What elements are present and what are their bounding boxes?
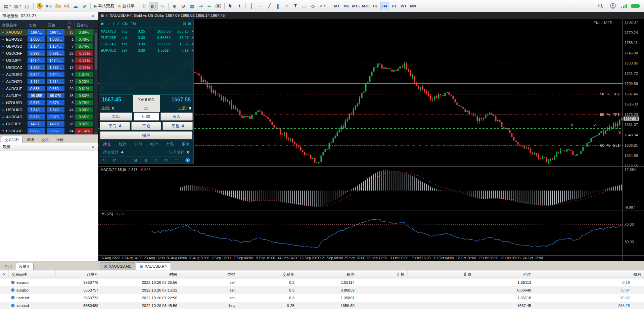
navigator-body[interactable] (0, 151, 98, 261)
trade-history-row-usdcad[interactable]: usdcad55537732022.10.26 07:22:56sell0.31… (0, 294, 644, 302)
window-layout-icon[interactable]: ◫ (23, 2, 31, 10)
line-chart-icon[interactable]: ∿ (158, 2, 166, 10)
timeframe-m30[interactable]: M30 (361, 2, 370, 10)
timeframe-m1[interactable]: M1 (332, 2, 341, 10)
toolbox-column-8[interactable]: 价位 (474, 270, 534, 278)
panel-tab-订单[interactable]: 订单 (131, 142, 146, 147)
panel-play-icon[interactable]: ▶ (101, 21, 104, 26)
refresh-icon[interactable]: ↻ (102, 158, 106, 163)
autoscroll-icon[interactable]: ⇥ (197, 2, 205, 10)
cancel-orders-button[interactable]: 撤单 (100, 131, 192, 139)
market-row-audusd[interactable]: ▲AUDUSD0.644...0.644...61.01% (0, 71, 94, 78)
mw-tab-交易品种[interactable]: 交易品种 (1, 136, 22, 143)
close-winning-button[interactable]: 平盈_4 (163, 122, 193, 130)
market-row-gbpusd[interactable]: ▲GBPUSD1.154...1.154...70.74% (0, 43, 94, 50)
market-row-audcad[interactable]: ▲AUDCAD0.875...0.875...190.65% (0, 113, 94, 120)
new-chart-icon[interactable]: ▤▾ (3, 2, 12, 10)
bars-chart-icon[interactable]: ||| (140, 2, 148, 10)
panel-download-icon[interactable]: ↓ (107, 22, 109, 26)
nav-tab-常用[interactable]: 常用 (1, 263, 15, 270)
crosshair-icon[interactable]: + (235, 2, 243, 10)
timeframe-w1[interactable]: W1 (399, 2, 408, 10)
profiles-menu-icon[interactable]: ▥▾ (13, 2, 22, 10)
cursor-icon[interactable] (227, 2, 235, 10)
toolbox-column-6[interactable]: 止损 (357, 270, 408, 278)
rsi-panel[interactable]: RSI(25)56.71 70.0030.00 (98, 211, 644, 255)
chart-tab-xauusd-h4[interactable]: ▦XAUUSD,H4 (136, 262, 171, 270)
sl-value[interactable]: 0 (112, 106, 114, 110)
connection-signal-icon[interactable] (621, 3, 627, 8)
tp-value[interactable]: 0 (189, 106, 191, 110)
close-position-icon[interactable]: x (190, 36, 195, 39)
market-row-usdchf[interactable]: ▼USDCHF0.990...0.991...22-0.38% (0, 50, 94, 57)
list-icon[interactable]: ▥ (144, 158, 147, 163)
shapes-icon[interactable]: ◇ (309, 2, 317, 10)
fibonacci-icon[interactable]: ≡ (283, 2, 291, 10)
close-window-icon[interactable]: ⊠ (134, 158, 137, 163)
market-row-audnzd[interactable]: ▲AUDNZD1.114...1.114...220.23% (0, 78, 94, 85)
arrows-icon[interactable]: ↗▾ (318, 2, 327, 10)
line-marker-S[interactable]: S (618, 130, 621, 134)
toolbox-column-4[interactable]: 交易量 (238, 270, 297, 278)
transfer-icon[interactable]: ⇆ (165, 158, 168, 163)
candles-chart-icon[interactable]: ▮▯ (149, 2, 157, 10)
toolbox-column-1[interactable]: 订单号 (56, 270, 101, 278)
panel-tab-市场[interactable]: 市场 (162, 142, 178, 147)
candlestick-chart[interactable]: Elan_MT5 ▶↓12CNEN ⊡⊠ XAUUSDbuy0.251656.8… (98, 19, 623, 166)
mw-tab-报价[interactable]: 报价 (53, 136, 67, 143)
channel-icon[interactable]: ∥ (274, 2, 282, 10)
close-position-icon[interactable]: x (190, 42, 195, 46)
new-order-button[interactable]: ▣新订单 (116, 2, 136, 10)
zoom-out-icon[interactable]: ⊖ (179, 2, 187, 10)
toolbox-column-3[interactable]: 类型 (180, 270, 238, 278)
panel-page1-button[interactable]: 1 (112, 22, 114, 26)
zoom-in-icon[interactable]: ⊕ (171, 2, 179, 10)
community-icon[interactable]: ⊕ (80, 2, 88, 10)
close-icon[interactable]: ✕ (90, 145, 96, 149)
panel-position-euraud[interactable]: EURAUDsell0.301.551140.19x (99, 47, 193, 53)
line-marker-✓[interactable]: ✓ (593, 123, 596, 128)
panel-position-xauusd[interactable]: XAUUSDbuy0.251656.80266.25x (99, 28, 193, 34)
cloud-icon[interactable]: ☁ (72, 2, 80, 10)
info-icon[interactable]: i (185, 158, 190, 163)
undo-icon[interactable]: ↺ (154, 158, 158, 163)
folder-icon[interactable] (54, 2, 62, 10)
search-icon[interactable] (597, 2, 605, 10)
timeframe-h4[interactable]: H4 (380, 2, 389, 10)
vline-icon[interactable]: │ (248, 2, 256, 10)
close-position-icon[interactable]: x (190, 48, 195, 52)
panel-position-eurgbp[interactable]: EURGBPsell0.300.8685973.07x (99, 34, 193, 41)
trade-history-row-euraud[interactable]: euraud55537782022.10.26 07:25:56sell0.31… (0, 278, 644, 286)
chart-tab-xauusd-h1[interactable]: ▦XAUUSD,H1 (100, 262, 135, 270)
trendline-icon[interactable]: ╱ (265, 2, 273, 10)
market-row-eurgbp[interactable]: ▼EURGBP0.866...0.866...14-0.34% (0, 127, 94, 134)
panel-tab-跟单[interactable]: 跟单 (178, 142, 193, 147)
toolbox-close-button[interactable]: ✕ (0, 270, 9, 278)
close-all-button[interactable]: 平仓 (131, 122, 162, 130)
ide-button[interactable]: IDE (45, 2, 53, 10)
panel-position-usdcad[interactable]: USDCADsell0.301.3580719.67x (99, 41, 193, 47)
toolbox-column-7[interactable]: 止盈 (408, 270, 474, 278)
trade-history-row-xauusd[interactable]: xauusd55534892022.10.26 03:45:56buy0.251… (0, 302, 644, 309)
deposit-icon[interactable]: $ (36, 2, 44, 10)
panel-close-icon[interactable]: ⊠ (188, 21, 191, 26)
timeframe-m15[interactable]: M15 (351, 2, 361, 10)
time-axis[interactable]: 16 Aug 202219 Aug 04:0023 Aug 16:0026 Au… (98, 256, 623, 261)
timeframe-m5[interactable]: M5 (342, 2, 351, 10)
minimize-icon[interactable]: ▭ (175, 158, 178, 163)
panel-settings-icon[interactable]: ⊡ (183, 21, 186, 26)
timeframe-d1[interactable]: D1 (389, 2, 399, 10)
hline-icon[interactable]: ─ (257, 2, 265, 10)
buy-button[interactable]: 买入 (160, 113, 193, 121)
line-marker-R[interactable]: R (571, 123, 573, 127)
market-row-usdhkd[interactable]: ▲USDHKD7.849...7.849...440.00% (0, 106, 94, 113)
panel-page2-button[interactable]: 2 (117, 22, 119, 26)
swap-icon[interactable]: ⇄ (112, 158, 116, 163)
metaeditor-icon[interactable]: (ω) (63, 2, 71, 10)
market-row-eurusd[interactable]: ▲EURUSD1.000...1.000...10.40% (0, 36, 94, 43)
panel-tab-统计[interactable]: 统计 (115, 142, 131, 147)
nav-tab-收藏夹[interactable]: 收藏夹 (16, 263, 34, 270)
forward-icon[interactable]: → (123, 158, 127, 163)
close-icon[interactable]: ✕ (90, 14, 96, 18)
close-position-icon[interactable]: x (190, 29, 195, 33)
